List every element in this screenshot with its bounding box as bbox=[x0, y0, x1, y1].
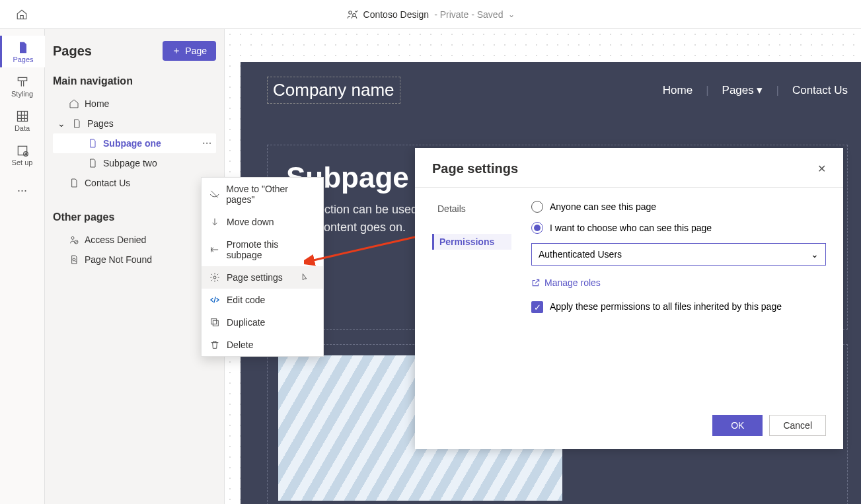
nav-links: Home | Pages ▾ | Contact Us bbox=[663, 83, 848, 97]
tree-item-subpage-one[interactable]: Subpage one ··· bbox=[53, 133, 216, 153]
nav-pages[interactable]: Pages ▾ bbox=[722, 83, 763, 97]
rail-label: Styling bbox=[11, 90, 33, 98]
nav-separator: | bbox=[776, 84, 778, 97]
tree-label: Contact Us bbox=[85, 178, 130, 188]
link-label: Manage roles bbox=[544, 277, 601, 288]
ctx-move-other[interactable]: Move to "Other pages" bbox=[202, 178, 323, 211]
add-page-label: Page bbox=[185, 46, 207, 56]
tree-label: Pages bbox=[87, 118, 114, 129]
add-page-button[interactable]: ＋ Page bbox=[163, 41, 216, 61]
tree-label: Page Not Found bbox=[85, 254, 152, 265]
rail-item-more[interactable]: ··· bbox=[0, 178, 45, 201]
nav-contact[interactable]: Contact Us bbox=[792, 84, 848, 97]
ctx-label: Promote this subpage bbox=[227, 239, 315, 260]
svg-point-5 bbox=[71, 236, 74, 239]
select-value: Authenticated Users bbox=[539, 249, 622, 260]
tree-item-subpage-two[interactable]: Subpage two bbox=[53, 153, 216, 173]
checkbox-icon: ✓ bbox=[531, 301, 543, 313]
rail-label: Data bbox=[15, 124, 30, 132]
rail-item-data[interactable]: Data bbox=[0, 104, 45, 136]
modal-footer: OK Cancel bbox=[415, 406, 843, 449]
modal-title: Page settings bbox=[432, 161, 518, 176]
main-nav-heading: Main navigation bbox=[53, 75, 216, 87]
ctx-label: Page settings bbox=[227, 272, 283, 283]
page-settings-modal: Page settings ✕ Details Permissions Anyo… bbox=[415, 148, 843, 449]
tree-label: Home bbox=[85, 98, 109, 109]
ctx-duplicate[interactable]: Duplicate bbox=[202, 311, 323, 334]
left-rail: Pages Styling Data Set up ··· bbox=[0, 29, 45, 504]
nav-separator: | bbox=[706, 84, 708, 97]
svg-rect-9 bbox=[211, 319, 217, 324]
ctx-page-settings[interactable]: Page settings bbox=[202, 266, 323, 289]
more-icon[interactable]: ··· bbox=[202, 138, 212, 149]
doc-name-text: Contoso Design bbox=[363, 9, 430, 20]
rail-label: Set up bbox=[12, 159, 33, 166]
tree-item-access-denied[interactable]: Access Denied bbox=[53, 230, 216, 250]
tree-label: Subpage two bbox=[103, 158, 157, 168]
ctx-label: Duplicate bbox=[227, 317, 265, 328]
chevron-down-icon[interactable]: ⌄ bbox=[508, 10, 515, 19]
rail-item-setup[interactable]: Set up bbox=[0, 139, 45, 170]
doc-status-text: - Private - Saved bbox=[434, 9, 503, 20]
radio-anyone[interactable]: Anyone can see this page bbox=[531, 201, 826, 213]
tree-item-pages[interactable]: ⌄ Pages bbox=[53, 114, 216, 133]
tab-details[interactable]: Details bbox=[432, 201, 511, 217]
tree-item-contact[interactable]: Contact Us bbox=[53, 173, 216, 193]
ctx-delete[interactable]: Delete bbox=[202, 334, 323, 356]
radio-icon bbox=[531, 222, 543, 234]
plus-icon: ＋ bbox=[172, 45, 181, 57]
radio-icon bbox=[531, 201, 543, 213]
caret-down-icon: ▾ bbox=[757, 84, 763, 96]
pages-panel-header: Pages ＋ Page bbox=[53, 41, 216, 61]
rail-item-pages[interactable]: Pages bbox=[0, 36, 45, 67]
document-title[interactable]: Contoso Design - Private - Saved ⌄ bbox=[346, 9, 515, 20]
preview-navbar: Company name Home | Pages ▾ | Contact Us bbox=[241, 62, 861, 118]
chevron-down-icon[interactable]: ⌄ bbox=[57, 118, 66, 129]
ctx-label: Move to "Other pages" bbox=[226, 184, 315, 205]
manage-roles-link[interactable]: Manage roles bbox=[531, 277, 601, 288]
svg-rect-2 bbox=[17, 112, 27, 122]
tree-item-home[interactable]: Home bbox=[53, 94, 216, 114]
rail-item-styling[interactable]: Styling bbox=[0, 70, 45, 102]
svg-point-8 bbox=[213, 276, 216, 279]
tab-permissions[interactable]: Permissions bbox=[432, 234, 511, 250]
svg-line-11 bbox=[311, 234, 426, 261]
modal-tabs: Details Permissions bbox=[432, 201, 511, 406]
checkbox-label: Apply these permissions to all files inh… bbox=[550, 301, 782, 312]
svg-point-7 bbox=[73, 258, 75, 261]
home-icon[interactable] bbox=[16, 9, 28, 20]
nav-home[interactable]: Home bbox=[663, 84, 693, 97]
svg-rect-10 bbox=[213, 320, 218, 326]
tree-label: Subpage one bbox=[103, 138, 161, 149]
modal-header: Page settings ✕ bbox=[415, 148, 843, 188]
modal-content: Anyone can see this page I want to choos… bbox=[531, 201, 826, 406]
ok-button[interactable]: OK bbox=[712, 415, 763, 436]
top-bar: Contoso Design - Private - Saved ⌄ bbox=[0, 0, 861, 29]
modal-body: Details Permissions Anyone can see this … bbox=[415, 188, 843, 406]
radio-choose[interactable]: I want to choose who can see this page bbox=[531, 222, 826, 234]
ctx-label: Delete bbox=[227, 340, 253, 350]
ctx-label: Move down bbox=[227, 217, 274, 227]
apply-permissions-checkbox[interactable]: ✓ Apply these permissions to all files i… bbox=[531, 301, 826, 313]
chevron-down-icon: ⌄ bbox=[811, 249, 819, 260]
annotation-arrow bbox=[304, 228, 430, 268]
ctx-label: Edit code bbox=[227, 295, 265, 305]
cancel-button[interactable]: Cancel bbox=[769, 415, 826, 436]
other-pages-heading: Other pages bbox=[53, 211, 216, 223]
close-icon[interactable]: ✕ bbox=[817, 162, 826, 175]
tree-label: Access Denied bbox=[85, 234, 146, 245]
role-select[interactable]: Authenticated Users ⌄ bbox=[531, 243, 826, 266]
pages-panel: Pages ＋ Page Main navigation Home ⌄ Page… bbox=[45, 29, 225, 504]
svg-point-0 bbox=[348, 11, 352, 14]
cursor-icon bbox=[299, 272, 310, 283]
rail-label: Pages bbox=[13, 55, 33, 63]
company-name[interactable]: Company name bbox=[267, 77, 400, 104]
tree-item-not-found[interactable]: Page Not Found bbox=[53, 250, 216, 270]
radio-label: I want to choose who can see this page bbox=[550, 223, 712, 233]
radio-label: Anyone can see this page bbox=[550, 201, 656, 212]
ctx-edit-code[interactable]: Edit code bbox=[202, 289, 323, 311]
pages-title: Pages bbox=[53, 44, 92, 59]
